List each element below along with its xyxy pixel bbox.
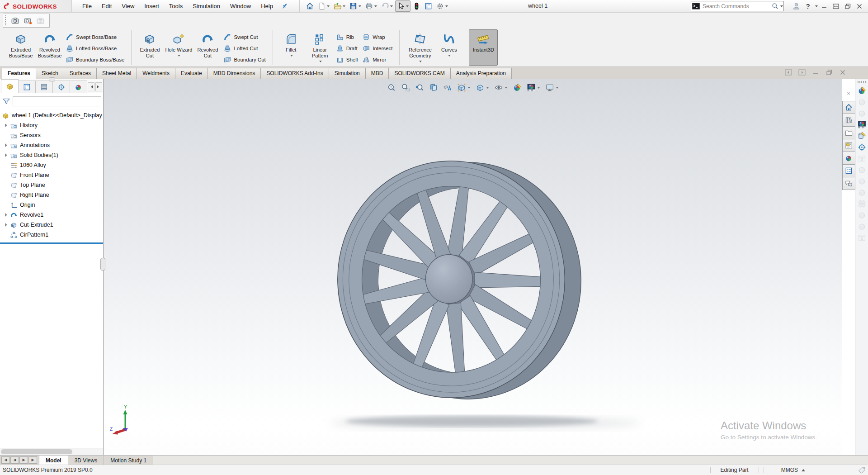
last-tab-button[interactable]: ▶: [28, 456, 37, 464]
task-pane-tab[interactable]: [842, 101, 855, 114]
feature-manager-tab[interactable]: [70, 81, 87, 93]
quick-access-button[interactable]: [411, 0, 422, 12]
tree-horizontal-scrollbar[interactable]: [0, 448, 103, 455]
dropdown-caret[interactable]: [538, 87, 540, 90]
menu-item[interactable]: Edit: [97, 0, 117, 12]
view-tool-button[interactable]: [399, 81, 412, 94]
swept-boss-base-button[interactable]: Swept Boss/Base: [64, 31, 127, 43]
command-tab[interactable]: Sheet Metal: [96, 68, 137, 79]
unit-system-selector[interactable]: MMGS: [768, 467, 808, 473]
quick-access-button[interactable]: [423, 0, 434, 12]
appearance-tool-button[interactable]: [856, 142, 867, 152]
tree-item[interactable]: 1060 Alloy: [0, 160, 103, 170]
dropdown-caret[interactable]: [556, 87, 559, 90]
doc-close-button[interactable]: [838, 68, 847, 76]
login-button[interactable]: [790, 1, 802, 12]
mirror-button[interactable]: Mirror: [361, 54, 396, 65]
menu-item[interactable]: Insert: [139, 0, 164, 12]
expand-arrow[interactable]: [4, 223, 10, 227]
revolved-cut-button[interactable]: Revolved Cut: [193, 29, 222, 66]
tab-scroll-right[interactable]: [95, 82, 102, 91]
command-tab[interactable]: MBD: [365, 68, 389, 79]
appearance-tool-button[interactable]: [856, 198, 867, 209]
capture-button[interactable]: [34, 15, 47, 27]
lofted-cut-button[interactable]: Lofted Cut: [222, 43, 269, 54]
fillet-button[interactable]: Fillet: [277, 29, 306, 66]
swept-cut-button[interactable]: Swept Cut: [222, 31, 269, 43]
appearance-tool-button[interactable]: [856, 130, 867, 141]
task-pane-tab[interactable]: [842, 114, 855, 127]
curves-button[interactable]: Curves: [437, 29, 461, 66]
extruded-boss-base-button[interactable]: Extruded Boss/Base: [6, 29, 35, 66]
doc-minimize-button[interactable]: [811, 68, 820, 76]
intersect-button[interactable]: Intersect: [361, 43, 396, 54]
minimize-button[interactable]: [818, 1, 830, 12]
panel-splitter-grip[interactable]: [100, 258, 105, 271]
tree-item[interactable]: Right Plane: [0, 190, 103, 200]
expand-arrow[interactable]: [4, 124, 10, 127]
menu-item[interactable]: Window: [225, 0, 256, 12]
dropdown-caret[interactable]: [448, 55, 451, 58]
tree-item[interactable]: Solid Bodies(1): [0, 150, 103, 160]
task-pane-tab[interactable]: [842, 177, 855, 190]
dropdown-caret[interactable]: [178, 55, 180, 58]
reference-geometry-button[interactable]: Reference Geometry: [403, 29, 437, 66]
dropdown-caret[interactable]: [406, 5, 409, 9]
tree-root-item[interactable]: wheel 1 (Default<<Default>_Display S: [0, 110, 103, 120]
dropdown-caret[interactable]: [359, 5, 361, 9]
first-tab-button[interactable]: ◀: [1, 456, 10, 464]
dropdown-caret[interactable]: [486, 87, 489, 90]
menu-item[interactable]: Simulation: [188, 0, 225, 12]
tree-item[interactable]: Sensors: [0, 130, 103, 140]
shell-button[interactable]: Shell: [335, 54, 361, 65]
view-tool-button[interactable]: [474, 81, 491, 94]
dropdown-caret[interactable]: [390, 5, 393, 9]
view-tool-button[interactable]: [455, 81, 473, 94]
model-view-tab[interactable]: Model: [39, 456, 68, 465]
menu-item[interactable]: Help: [256, 0, 278, 12]
menu-item[interactable]: File: [77, 0, 97, 12]
command-tab[interactable]: Simulation: [329, 68, 366, 79]
appearance-tool-button[interactable]: [856, 119, 867, 130]
quick-access-button[interactable]: [395, 0, 410, 12]
appearance-tool-button[interactable]: [856, 85, 867, 96]
rollback-bar[interactable]: [0, 242, 103, 244]
feature-manager-tab[interactable]: [52, 81, 70, 93]
quick-access-button[interactable]: [363, 0, 379, 12]
appearance-tool-button[interactable]: [856, 221, 867, 232]
model-view-tab[interactable]: 3D Views: [68, 456, 104, 465]
expand-arrow[interactable]: [4, 213, 10, 217]
view-tool-button[interactable]: [492, 81, 510, 94]
boundary-cut-button[interactable]: Boundary Cut: [222, 54, 269, 65]
tag-icon[interactable]: [858, 466, 866, 475]
span-displays-button[interactable]: [830, 1, 842, 12]
draft-button[interactable]: Draft: [335, 43, 361, 54]
expand-arrow[interactable]: [4, 153, 10, 157]
dropdown-caret[interactable]: [419, 61, 422, 64]
view-tool-button[interactable]: [413, 81, 426, 94]
command-tab[interactable]: Weldments: [137, 68, 175, 79]
tree-item[interactable]: Annotations: [0, 140, 103, 150]
lofted-boss-base-button[interactable]: Lofted Boss/Base: [64, 43, 127, 54]
appearance-tool-button[interactable]: [856, 153, 867, 164]
feature-manager-tab[interactable]: [35, 81, 53, 93]
next-pane-button[interactable]: [797, 68, 807, 76]
hole-wizard-button[interactable]: Hole Wizard: [164, 29, 193, 66]
linear-pattern-button[interactable]: Linear Pattern: [306, 29, 335, 66]
dropdown-caret[interactable]: [327, 5, 330, 9]
dropdown-caret[interactable]: [319, 61, 322, 64]
next-tab-button[interactable]: ▶: [19, 456, 28, 464]
search-input[interactable]: [701, 3, 771, 10]
tab-scroll-left[interactable]: [88, 82, 94, 91]
appearance-tool-button[interactable]: [856, 232, 867, 243]
wrap-button[interactable]: Wrap: [361, 31, 396, 43]
quick-access-button[interactable]: [332, 0, 347, 12]
model-view-tab[interactable]: Motion Study 1: [104, 456, 153, 465]
doc-restore-button[interactable]: [825, 68, 834, 76]
instant3d-button[interactable]: Instant3D: [469, 29, 498, 66]
tree-item[interactable]: Front Plane: [0, 170, 103, 180]
tree-item[interactable]: History: [0, 120, 103, 130]
appearance-tool-button[interactable]: [856, 187, 867, 198]
command-tab[interactable]: Evaluate: [175, 68, 208, 79]
tree-item[interactable]: Top Plane: [0, 180, 103, 190]
